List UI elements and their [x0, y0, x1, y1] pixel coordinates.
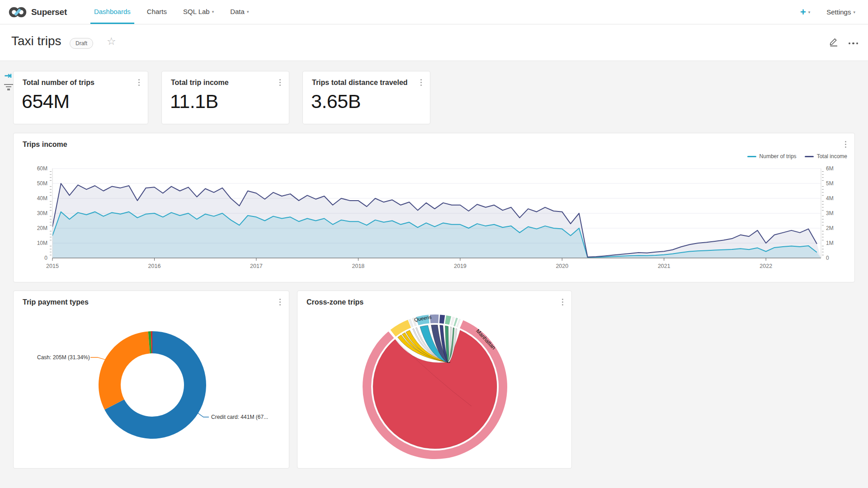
nav-tab-data[interactable]: Data▾ [222, 0, 257, 24]
kpi-value: 3.65B [311, 90, 361, 113]
svg-text:3M: 3M [826, 210, 834, 216]
legend-swatch [805, 156, 814, 157]
kpi-title: Total number of trips [23, 79, 94, 87]
svg-text:10M: 10M [37, 240, 47, 246]
trips-income-panel: Trips income Number of trips Total incom… [13, 133, 855, 282]
chevron-down-icon: ▾ [853, 10, 855, 14]
svg-text:2017: 2017 [250, 263, 263, 269]
favorite-star-icon[interactable]: ☆ [107, 35, 116, 47]
svg-text:Cash: 205M (31.34%): Cash: 205M (31.34%) [37, 354, 90, 361]
draft-status-badge: Draft [70, 38, 93, 49]
svg-text:2020: 2020 [556, 263, 568, 269]
svg-text:2M: 2M [826, 225, 834, 231]
svg-text:2016: 2016 [148, 263, 161, 269]
svg-text:Credit card: 441M (67...: Credit card: 441M (67... [211, 414, 268, 420]
cross-zone-trips-panel: Cross-zone trips QueensManhattan [297, 291, 572, 469]
legend-item-total-income[interactable]: Total income [805, 153, 847, 160]
kpi-title: Trips total distance traveled [312, 79, 408, 87]
page-title: Taxi trips [11, 34, 61, 48]
legend-swatch [747, 156, 756, 157]
kpi-title: Total trip income [171, 79, 229, 87]
chevron-down-icon: ▾ [212, 9, 214, 14]
brand-name: Superset [31, 7, 67, 17]
trip-payment-types-panel: Trip payment types Cash: 205M (31.34%)Cr… [13, 291, 289, 469]
svg-text:2019: 2019 [454, 263, 467, 269]
top-navbar: Superset Dashboards Charts SQL Lab▾ Data… [0, 0, 868, 24]
svg-text:30M: 30M [37, 210, 47, 216]
new-item-button[interactable]: +▾ [800, 7, 810, 17]
chevron-down-icon: ▾ [808, 10, 811, 14]
header-actions [829, 36, 859, 48]
svg-text:2018: 2018 [352, 263, 364, 269]
svg-text:60M: 60M [37, 165, 47, 172]
chevron-down-icon: ▾ [247, 9, 249, 14]
kpi-card-trip-income: Total trip income 11.1B [161, 71, 289, 124]
chart-title: Trips income [23, 141, 67, 149]
pencil-icon [829, 36, 839, 47]
svg-text:2015: 2015 [46, 263, 59, 269]
chart-legend: Number of trips Total income [747, 153, 847, 160]
kpi-card-distance: Trips total distance traveled 3.65B [302, 71, 430, 124]
svg-text:2022: 2022 [760, 263, 772, 269]
nav-tab-dashboards[interactable]: Dashboards [86, 0, 139, 24]
kpi-value: 654M [22, 90, 70, 113]
kebab-menu-icon[interactable] [843, 140, 848, 149]
dashboard-header: Taxi trips Draft ☆ [0, 24, 868, 61]
superset-dashboard-page: Superset Dashboards Charts SQL Lab▾ Data… [0, 0, 868, 488]
svg-text:5M: 5M [826, 180, 834, 187]
trips-income-chart[interactable]: 010M20M30M40M50M60M01M2M3M4M5M6M20152016… [14, 165, 855, 272]
svg-text:50M: 50M [37, 180, 47, 187]
svg-text:2021: 2021 [658, 263, 670, 269]
settings-menu[interactable]: Settings▾ [826, 8, 855, 16]
nav-tabs: Dashboards Charts SQL Lab▾ Data▾ [86, 0, 257, 24]
trip-payment-types-chart[interactable]: Cash: 205M (31.34%)Credit card: 441M (67… [14, 291, 289, 468]
nav-tab-sql-lab[interactable]: SQL Lab▾ [175, 0, 222, 24]
kpi-value: 11.1B [170, 90, 218, 113]
kebab-menu-icon[interactable] [419, 78, 424, 87]
svg-text:40M: 40M [37, 195, 47, 202]
edit-dashboard-button[interactable] [829, 36, 839, 48]
superset-infinity-icon [8, 6, 27, 19]
svg-text:1M: 1M [826, 240, 834, 246]
kpi-card-total-trips: Total number of trips 654M [13, 71, 148, 124]
dashboard-menu-ellipsis[interactable] [849, 38, 859, 48]
nav-tab-charts[interactable]: Charts [139, 0, 175, 24]
svg-text:20M: 20M [37, 225, 47, 231]
nav-right-actions: +▾ Settings▾ [800, 7, 855, 17]
svg-text:4M: 4M [826, 195, 834, 202]
svg-text:0: 0 [826, 255, 829, 261]
kebab-menu-icon[interactable] [137, 78, 142, 87]
legend-item-number-of-trips[interactable]: Number of trips [747, 153, 797, 160]
svg-text:0: 0 [44, 255, 47, 261]
expand-filter-bar-icon[interactable]: ⇥ [4, 70, 12, 81]
kebab-menu-icon[interactable] [278, 78, 283, 87]
superset-logo[interactable]: Superset [8, 6, 67, 19]
svg-text:6M: 6M [826, 165, 834, 172]
filter-icon[interactable] [4, 84, 14, 92]
cross-zone-trips-chart[interactable]: QueensManhattan [297, 291, 571, 468]
